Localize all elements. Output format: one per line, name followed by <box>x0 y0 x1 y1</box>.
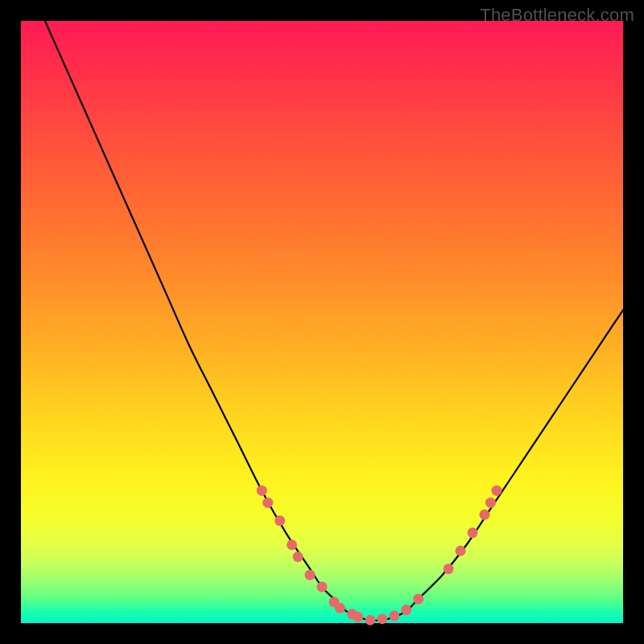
highlight-dot <box>287 539 297 550</box>
highlight-dot <box>389 611 399 621</box>
highlight-dot <box>262 497 273 508</box>
chart-frame: TheBottleneck.com <box>0 0 644 644</box>
highlight-dot <box>305 570 316 580</box>
highlight-dot <box>491 485 502 496</box>
highlight-dot <box>275 515 285 526</box>
highlight-dot <box>444 564 454 574</box>
highlight-dot <box>401 605 411 615</box>
highlight-dots <box>257 485 502 625</box>
highlight-dot <box>377 613 387 624</box>
highlight-dot <box>456 546 466 556</box>
highlight-dot <box>479 510 489 520</box>
highlight-dot <box>485 497 496 508</box>
highlight-dot <box>468 527 478 538</box>
highlight-dot <box>317 582 328 592</box>
highlight-dot <box>335 603 345 613</box>
highlight-dot <box>257 485 267 496</box>
highlight-dot <box>353 612 363 622</box>
bottleneck-curve <box>45 21 623 621</box>
watermark-text: TheBottleneck.com <box>480 5 634 26</box>
highlight-dot <box>413 594 423 605</box>
highlight-dot <box>365 615 375 625</box>
curve-layer <box>21 21 623 623</box>
plot-area <box>21 21 623 623</box>
highlight-dot <box>293 551 303 562</box>
